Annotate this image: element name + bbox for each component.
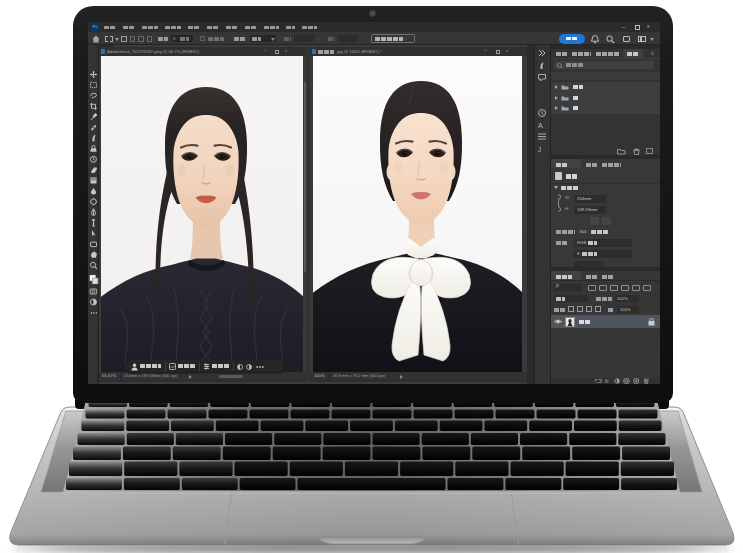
svg-text:A: A [538,122,543,129]
svg-text:J: J [538,146,541,153]
svg-text:fx: fx [605,379,609,384]
